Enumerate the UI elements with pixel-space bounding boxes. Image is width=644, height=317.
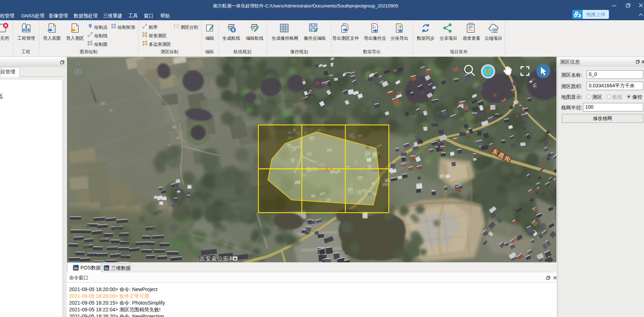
svg-text:天: 天: [484, 67, 492, 76]
svg-text:0_0: 0_0: [326, 167, 333, 172]
svg-text:吉安县公安局: 吉安县公安局: [200, 256, 235, 262]
svg-text:N: N: [75, 61, 80, 67]
